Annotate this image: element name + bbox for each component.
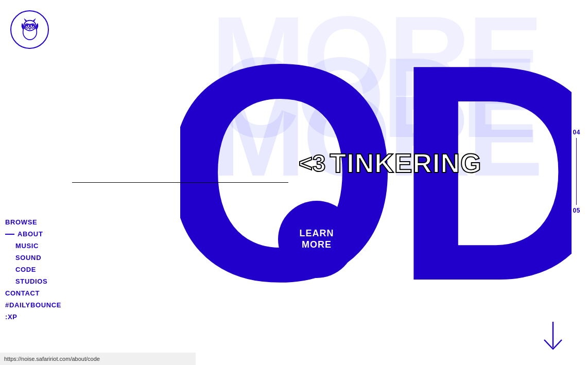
- nav-sound[interactable]: SOUND: [0, 252, 66, 264]
- horizontal-divider: [72, 182, 288, 183]
- svg-point-4: [26, 25, 28, 26]
- number-divider-line: [576, 138, 577, 205]
- learn-more-button[interactable]: LEARN MORE: [278, 201, 355, 278]
- owl-icon: [17, 17, 43, 43]
- page-number-04: 04: [573, 129, 580, 136]
- nav-studios[interactable]: STUDIOS: [0, 275, 66, 287]
- browser-status-bar: https://noise.safaririot.com/about/code: [0, 353, 196, 365]
- nav-contact[interactable]: CONTACT: [0, 287, 66, 299]
- page-indicators: 04 05: [573, 129, 580, 214]
- nav-browse[interactable]: BROWSE: [0, 216, 66, 228]
- learn-more-text: LEARN MORE: [300, 228, 334, 250]
- page-number-05: 05: [573, 207, 580, 214]
- status-url: https://noise.safaririot.com/about/code: [4, 356, 100, 362]
- heart-symbol: <3: [299, 149, 325, 177]
- scroll-down-button[interactable]: [539, 319, 567, 355]
- tinkering-label: TINKERING: [330, 150, 481, 177]
- left-nav: BROWSE ABOUT MUSIC SOUND CODE STUDIOS CO…: [0, 216, 66, 323]
- svg-point-5: [31, 25, 33, 26]
- down-arrow-icon: [539, 319, 567, 353]
- logo[interactable]: [10, 10, 49, 49]
- nav-dailybounce[interactable]: #DAILYBOUNCE: [0, 299, 66, 311]
- tinkering-badge: <3 TINKERING: [299, 149, 481, 177]
- nav-about[interactable]: ABOUT: [0, 228, 66, 240]
- nav-music[interactable]: MUSIC: [0, 240, 66, 252]
- nav-code[interactable]: CODE: [0, 264, 66, 275]
- nav-xp[interactable]: :XP: [0, 311, 66, 323]
